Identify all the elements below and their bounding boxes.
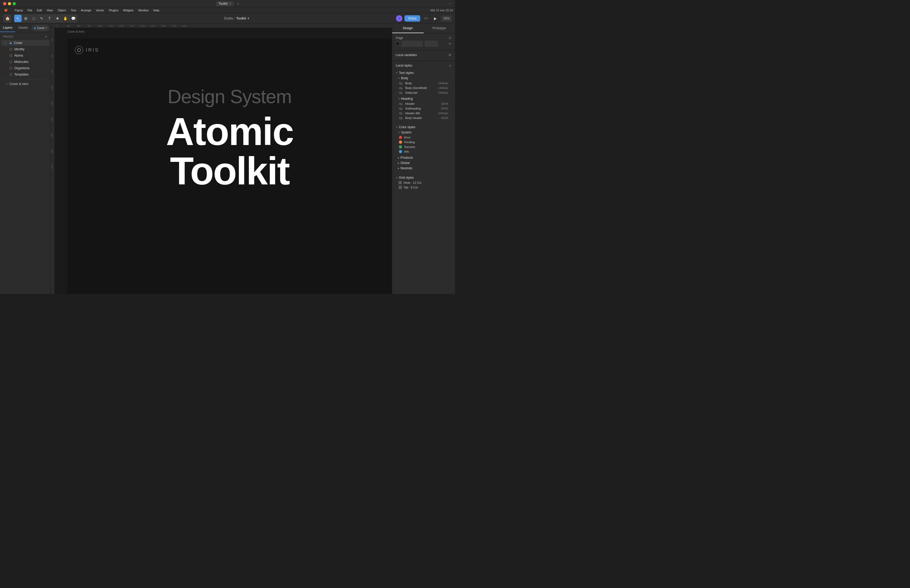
visibility-icon[interactable]: 👁 [449, 42, 451, 45]
page-item-molecules[interactable]: ⬡ Molecules [1, 59, 49, 65]
add-page-button[interactable]: + [45, 34, 47, 39]
menu-file[interactable]: File [26, 8, 34, 12]
page-item-organisms[interactable]: ⬡ Organisms [1, 65, 49, 71]
style-body-header[interactable]: Ag Body Header · 16/20 [396, 116, 451, 120]
color-styles-header[interactable]: ▼ Color styles [396, 124, 451, 130]
tab-assets[interactable]: Assets [15, 24, 31, 32]
info-color-swatch [399, 150, 402, 153]
menu-help[interactable]: Help [151, 8, 162, 12]
apple-menu[interactable]: 🍎 [2, 8, 10, 12]
local-variables-settings-icon[interactable]: ⚙ [448, 53, 451, 57]
system-group-header[interactable]: ▼ System [396, 130, 451, 135]
zoom-level[interactable]: 36% [441, 16, 452, 21]
page-item-templates[interactable]: ⬡ Templates [1, 72, 49, 78]
text-styles-header[interactable]: ▼ Text styles [396, 70, 451, 76]
color-pending[interactable]: Pending [396, 140, 451, 144]
style-header-m[interactable]: Ag Header (M) · 24/Auto [396, 111, 451, 116]
page-label: Page [396, 36, 403, 40]
menu-widgets[interactable]: Widgets [121, 8, 136, 12]
menu-plugins[interactable]: Plugins [107, 8, 120, 12]
products-arrow: ▶ [398, 157, 399, 159]
page-color-swatch[interactable] [396, 42, 399, 45]
style-subscript-detail: · 16/Auto [436, 91, 448, 94]
maximize-button[interactable] [13, 2, 16, 5]
breadcrumb-current: Toolkit [236, 16, 246, 20]
cover-pill[interactable]: ◆ Cover ▾ [32, 25, 49, 31]
active-tab[interactable]: Toolkit ✕ [216, 1, 234, 6]
menu-vector[interactable]: Vector [94, 8, 106, 12]
grid-tab-label: Tab - 8 Col [404, 186, 418, 189]
close-button[interactable] [3, 2, 6, 5]
text-styles-section: ▼ Text styles ▼ Body Ag Body · 14/Auto A… [392, 69, 455, 121]
menu-figma[interactable]: Figma [13, 8, 25, 12]
more-options-icon[interactable]: ··· [448, 1, 452, 6]
breadcrumb-dropdown-icon[interactable]: ▾ [247, 16, 249, 20]
pen-tool[interactable]: ✎ [38, 15, 45, 22]
share-button[interactable]: Share [404, 15, 420, 22]
menu-view[interactable]: View [45, 8, 55, 12]
page-item-cover[interactable]: ✓ ◆ Cover [1, 40, 49, 46]
page-settings-icon[interactable]: ⊙ [449, 36, 451, 40]
tab-prototype[interactable]: Prototype [423, 24, 455, 33]
menu-text[interactable]: Text [69, 8, 78, 12]
text-tool[interactable]: T [46, 15, 53, 22]
style-body-semibold[interactable]: Ag Body (SemiBold) · 14/Auto [396, 86, 451, 90]
style-subheading[interactable]: Ag Subheading · 20/32 [396, 106, 451, 111]
body-group-header[interactable]: ▼ Body [396, 76, 451, 81]
select-tool[interactable]: ↖ [14, 15, 22, 22]
menu-edit[interactable]: Edit [35, 8, 44, 12]
grid-styles-arrow: ▼ [396, 177, 398, 179]
shape-tool[interactable]: □ [30, 15, 37, 22]
grid-desk-12col[interactable]: Desk - 12 Col [396, 180, 451, 185]
comment-tool[interactable]: 💬 [70, 15, 77, 22]
home-tool[interactable]: 🏠 [4, 15, 11, 22]
page-item-atoms[interactable]: ⬡ Atoms [1, 53, 49, 58]
breadcrumb: Drafts / Toolkit ▾ [224, 16, 249, 20]
hand-tool[interactable]: ✋ [61, 15, 69, 22]
color-info[interactable]: Info [396, 149, 451, 154]
local-styles-title: Local styles [396, 64, 412, 67]
play-icon[interactable]: ▶ [432, 15, 439, 22]
add-tab-button[interactable]: + [237, 2, 239, 6]
grid-tab-8col[interactable]: Tab - 8 Col [396, 185, 451, 190]
style-body-semibold-name: Body (SemiBold) [405, 86, 427, 89]
component-tool[interactable]: ❖ [54, 15, 61, 22]
canvas-area[interactable]: 0 250 500 750 1000 1250 1500 1750 2000 2… [50, 24, 392, 294]
frame-tool[interactable]: ⊞ [22, 15, 29, 22]
global-group-header[interactable]: ▶ Global [396, 160, 451, 166]
toolbar-left: 🏠 ↖ ⊞ □ ✎ T ❖ ✋ 💬 [3, 14, 78, 23]
tab-layers[interactable]: Layers [0, 24, 15, 32]
layer-item-cover-intro[interactable]: □ Cover & Intro [0, 81, 50, 87]
minimize-button[interactable] [8, 2, 11, 5]
tab-close-icon[interactable]: ✕ [229, 2, 231, 5]
breadcrumb-drafts[interactable]: Drafts [224, 16, 233, 20]
pages-title: Pages [3, 35, 14, 38]
color-success[interactable]: Success [396, 144, 451, 149]
grid-styles-header[interactable]: ▼ Grid styles [396, 175, 451, 180]
style-subscript[interactable]: Ag Subscript · 16/Auto [396, 90, 451, 95]
page-item-identity[interactable]: ⬡ Identity [1, 46, 49, 52]
right-panel: Design Prototype Page ⊙ 181818 100% 👁 Lo… [392, 24, 455, 294]
color-error[interactable]: Error [396, 135, 451, 140]
global-arrow: ▶ [398, 162, 399, 164]
divider [3, 79, 47, 79]
code-view-icon[interactable]: </> [422, 15, 430, 22]
page-opacity-input[interactable]: 100% [425, 41, 438, 47]
error-label: Error [404, 136, 411, 139]
page-color-input[interactable]: 181818 [402, 41, 423, 47]
style-header[interactable]: Ag Header · 32/44 [396, 101, 451, 106]
left-panel: Layers Assets ◆ Cover ▾ Pages + ✓ ◆ Cove… [0, 24, 50, 294]
heading-group-header[interactable]: ▼ Heading [396, 96, 451, 101]
products-group-header[interactable]: ▶ Products [396, 155, 451, 160]
tab-design[interactable]: Design [392, 24, 423, 33]
style-body[interactable]: Ag Body · 14/Auto [396, 81, 451, 86]
neutrals-group-header[interactable]: ▶ Neutrals [396, 166, 451, 171]
add-style-button[interactable]: + [449, 63, 451, 68]
layer-cover-intro-label: Cover & Intro [10, 82, 28, 86]
menu-arrange[interactable]: Arrange [79, 8, 93, 12]
style-ag-h1: Ag [399, 102, 403, 105]
local-styles-header: Local styles + [392, 61, 455, 69]
menu-object[interactable]: Object [55, 8, 68, 12]
menu-window[interactable]: Window [136, 8, 150, 12]
page-section: Page ⊙ 181818 100% 👁 [392, 34, 455, 50]
